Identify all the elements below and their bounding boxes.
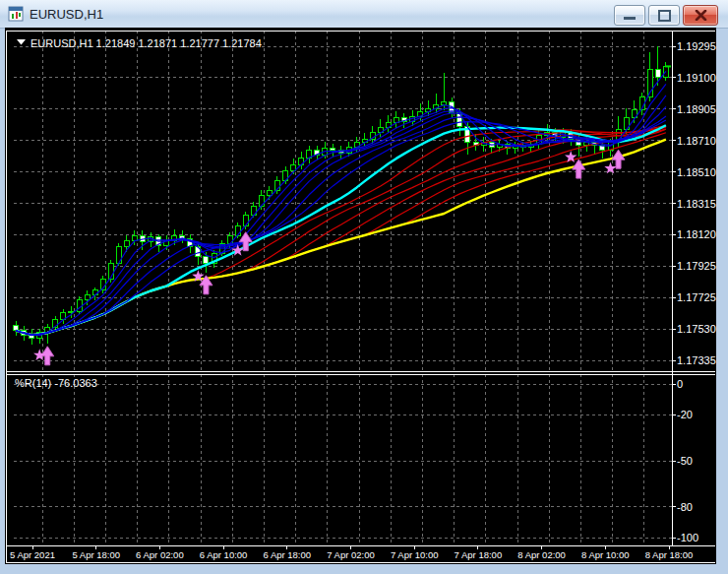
wpr-label: %R(14) -76.0363 bbox=[15, 377, 97, 389]
time-axis-label: 7 Apr 02:00 bbox=[327, 549, 375, 560]
time-axis-label: 5 Apr 2021 bbox=[10, 549, 55, 560]
chart-icon bbox=[8, 6, 24, 22]
bear-candle bbox=[655, 70, 660, 78]
time-axis-label: 7 Apr 18:00 bbox=[455, 549, 503, 560]
wpr-axis-label: 0 bbox=[677, 378, 683, 390]
restore-icon bbox=[658, 10, 671, 22]
time-axis-label: 6 Apr 18:00 bbox=[263, 549, 311, 560]
bull-candle bbox=[132, 235, 137, 240]
wpr-axis-label: -20 bbox=[677, 409, 693, 420]
restore-button[interactable] bbox=[648, 5, 680, 26]
time-axis-label: 8 Apr 18:00 bbox=[645, 549, 694, 560]
chart-window: EURUSD,H1 1.192951.191001.189051.187101.… bbox=[0, 0, 728, 574]
time-axis-label: 8 Apr 10:00 bbox=[581, 549, 630, 560]
bull-candle bbox=[85, 295, 90, 300]
bull-candle bbox=[243, 215, 248, 226]
candlesticks bbox=[14, 46, 669, 345]
price-axis: 1.192951.191001.189051.187101.185101.183… bbox=[672, 40, 716, 366]
bear-candle bbox=[14, 326, 19, 331]
time-axis-label: 5 Apr 18:00 bbox=[72, 549, 120, 560]
minimize-icon bbox=[624, 17, 636, 20]
price-axis-label: 1.19100 bbox=[677, 72, 716, 84]
price-axis-label: 1.17335 bbox=[677, 354, 716, 366]
chart-header: EURUSD,H1 1.21849 1.21871 1.21777 1.2178… bbox=[15, 37, 262, 389]
bull-candle bbox=[267, 190, 272, 195]
bull-candle bbox=[124, 240, 129, 247]
window-title: EURUSD,H1 bbox=[30, 7, 103, 22]
price-axis-label: 1.18905 bbox=[677, 103, 716, 115]
price-axis-label: 1.19295 bbox=[677, 40, 716, 52]
time-axis-label: 8 Apr 02:00 bbox=[517, 549, 566, 560]
frame bbox=[6, 31, 715, 562]
price-axis-label: 1.18315 bbox=[677, 198, 716, 210]
time-axis-label: 7 Apr 10:00 bbox=[391, 549, 439, 560]
ohlc-header: EURUSD,H1 1.21849 1.21871 1.21777 1.2178… bbox=[30, 37, 262, 49]
chart-surface[interactable]: 1.192951.191001.189051.187101.185101.183… bbox=[5, 28, 716, 564]
slow-ma-line bbox=[16, 133, 666, 335]
bear-candle bbox=[457, 113, 462, 126]
wpr-axis-label: -50 bbox=[677, 455, 693, 467]
bear-candle bbox=[204, 257, 209, 264]
buy-arrow-icon bbox=[41, 347, 54, 365]
wpr-axis-label: -100 bbox=[677, 532, 698, 543]
close-button[interactable] bbox=[683, 5, 718, 26]
signal-star-icon bbox=[33, 349, 45, 360]
wpr-axis-label: -80 bbox=[677, 501, 693, 513]
chart-dropdown-icon[interactable] bbox=[17, 39, 26, 45]
price-axis-label: 1.18710 bbox=[677, 135, 716, 147]
close-icon bbox=[695, 10, 707, 21]
chart-client-area: 1.192951.191001.189051.187101.185101.183… bbox=[5, 28, 716, 564]
time-axis-label: 6 Apr 10:00 bbox=[200, 549, 248, 560]
wpr-axis: 0-20-50-80-100 bbox=[672, 378, 698, 543]
time-axis: 5 Apr 20215 Apr 18:006 Apr 02:006 Apr 10… bbox=[10, 545, 693, 560]
bull-candle bbox=[235, 225, 240, 235]
buy-arrow-icon bbox=[612, 150, 625, 168]
buy-arrow-icon bbox=[573, 159, 585, 178]
price-axis-label: 1.18120 bbox=[677, 228, 716, 240]
time-axis-label: 6 Apr 02:00 bbox=[136, 549, 184, 560]
price-axis-label: 1.17925 bbox=[677, 260, 716, 272]
price-axis-label: 1.17530 bbox=[677, 323, 716, 335]
minimize-button[interactable] bbox=[614, 5, 645, 26]
price-axis-label: 1.17725 bbox=[677, 291, 716, 303]
price-axis-label: 1.18510 bbox=[677, 166, 716, 178]
grid bbox=[14, 31, 672, 545]
bear-candle bbox=[331, 149, 335, 151]
title-bar[interactable]: EURUSD,H1 bbox=[0, 0, 728, 29]
